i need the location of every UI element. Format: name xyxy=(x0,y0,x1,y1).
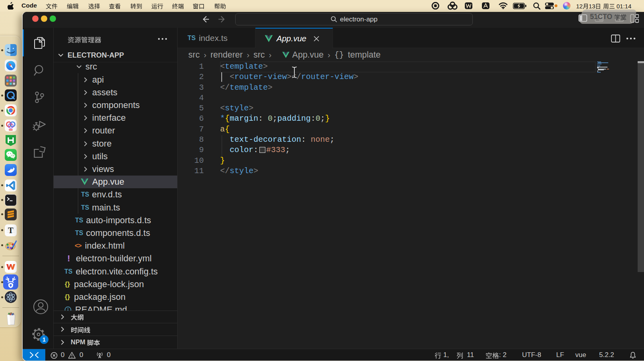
svg-text:T: T xyxy=(8,226,14,235)
